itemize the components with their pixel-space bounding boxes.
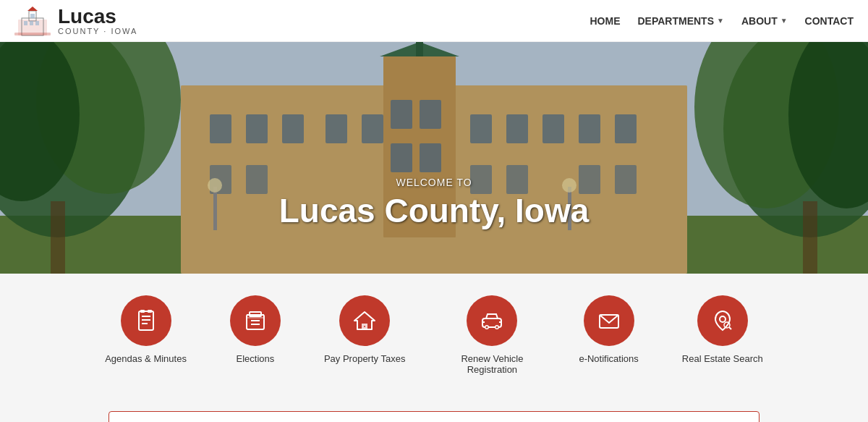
svg-line-77 xyxy=(729,327,731,329)
svg-rect-6 xyxy=(30,21,33,25)
vehicle-circle xyxy=(467,295,517,346)
nav-home[interactable]: HOME xyxy=(590,15,620,27)
hero-title: Lucas County, Iowa xyxy=(279,191,590,230)
logo-title: Lucas xyxy=(58,7,137,27)
departments-dropdown-arrow: ▼ xyxy=(717,17,724,25)
agendas-circle xyxy=(121,295,171,346)
logo-icon xyxy=(14,5,51,37)
quick-link-elections[interactable]: Elections xyxy=(230,295,281,375)
quick-link-taxes[interactable]: Pay Property Taxes xyxy=(324,295,405,375)
svg-rect-8 xyxy=(30,14,35,18)
realestate-label: Real Estate Search xyxy=(682,353,763,364)
ballot-icon xyxy=(244,309,267,332)
car-icon xyxy=(480,309,503,332)
hero-section: WELCOME TO Lucas County, Iowa xyxy=(0,42,868,274)
quick-link-realestate[interactable]: Real Estate Search xyxy=(682,295,763,375)
quick-link-notifications[interactable]: e-Notifications xyxy=(579,295,638,375)
hero-background xyxy=(0,42,868,274)
svg-point-75 xyxy=(720,316,726,322)
vehicle-label: Renew Vehicle Registration xyxy=(448,353,535,375)
notifications-label: e-Notifications xyxy=(579,353,638,364)
svg-point-71 xyxy=(496,326,498,329)
logo[interactable]: Lucas COUNTY · IOWA xyxy=(14,5,137,37)
nav-contact[interactable]: CONTACT xyxy=(805,15,854,27)
hero-welcome: WELCOME TO xyxy=(279,177,590,188)
realestate-circle xyxy=(697,295,748,346)
svg-rect-7 xyxy=(35,21,39,25)
notifications-circle xyxy=(584,295,634,346)
nav-about[interactable]: ABOUT ▼ xyxy=(741,15,788,27)
site-header: Lucas COUNTY · IOWA HOME DEPARTMENTS ▼ A… xyxy=(0,0,868,42)
svg-marker-67 xyxy=(486,314,498,318)
svg-point-70 xyxy=(486,326,488,329)
search-section xyxy=(0,397,868,422)
elections-circle xyxy=(230,295,281,346)
logo-subtitle: COUNTY · IOWA xyxy=(58,27,137,35)
svg-rect-4 xyxy=(14,33,51,35)
logo-text: Lucas COUNTY · IOWA xyxy=(58,7,137,35)
svg-point-65 xyxy=(364,326,365,327)
search-input[interactable] xyxy=(109,411,760,422)
svg-marker-3 xyxy=(27,7,38,11)
svg-rect-50 xyxy=(0,42,868,274)
email-icon xyxy=(597,309,621,332)
quick-link-agendas[interactable]: Agendas & Minutes xyxy=(105,295,187,375)
document-icon xyxy=(135,309,158,332)
taxes-label: Pay Property Taxes xyxy=(324,353,405,364)
hero-text: WELCOME TO Lucas County, Iowa xyxy=(279,177,590,230)
svg-rect-5 xyxy=(24,21,27,25)
map-search-icon xyxy=(711,309,734,332)
main-nav: HOME DEPARTMENTS ▼ ABOUT ▼ CONTACT xyxy=(590,15,854,27)
quick-links-section: Agendas & Minutes Elections Pay Property… xyxy=(0,274,868,397)
svg-rect-55 xyxy=(140,310,145,313)
agendas-label: Agendas & Minutes xyxy=(105,353,187,364)
house-icon xyxy=(353,309,376,332)
about-dropdown-arrow: ▼ xyxy=(780,17,788,25)
taxes-circle xyxy=(339,295,390,346)
quick-link-vehicle[interactable]: Renew Vehicle Registration xyxy=(448,295,535,375)
svg-rect-56 xyxy=(148,310,152,313)
elections-label: Elections xyxy=(237,353,275,364)
nav-departments[interactable]: DEPARTMENTS ▼ xyxy=(637,15,723,27)
